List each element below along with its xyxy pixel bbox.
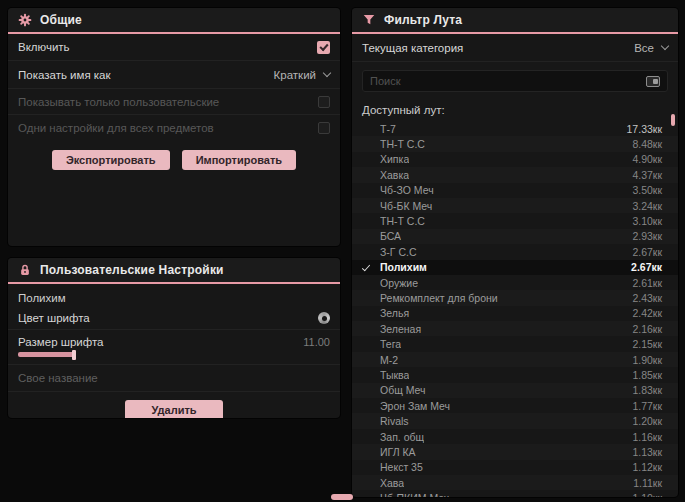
loot-item-value: 3.10кк [632, 215, 662, 227]
loot-item-value: 2.15кк [632, 338, 662, 350]
font-size-value: 11.00 [303, 336, 330, 348]
loot-item-name: Чб-ПКИМ Меч [380, 492, 449, 497]
loot-item-value: 3.50кк [632, 184, 662, 196]
loot-item-row[interactable]: Т-7 17.33кк [352, 121, 678, 136]
loot-item-value: 1.85кк [632, 369, 662, 381]
display-mode-icon[interactable] [646, 76, 660, 87]
enable-row: Включить [8, 34, 340, 61]
loot-item-name: Зеленая [380, 323, 421, 335]
color-wheel-icon[interactable] [318, 312, 330, 324]
loot-item-name: Общ Меч [380, 384, 426, 396]
loot-item-name: ИГЛ КА [380, 446, 416, 458]
loot-item-row[interactable]: Зап. общ 1.16кк [352, 429, 678, 444]
loot-item-name: ТН-Т С.С [380, 215, 425, 227]
loot-item-value: 1.83кк [632, 384, 662, 396]
show-name-dropdown[interactable]: Краткий [274, 69, 330, 81]
loot-item-row[interactable]: Оружие 2.61кк [352, 275, 678, 290]
available-loot-label: Доступный лут: [352, 100, 678, 121]
loot-item-value: 1.77кк [632, 400, 662, 412]
chevron-down-icon [661, 42, 669, 50]
loot-item-name: Тега [380, 338, 401, 350]
loot-item-name: З-Г С.С [380, 246, 417, 258]
loot-item-row[interactable]: Некст 35 1.12кк [352, 460, 678, 475]
loot-item-name: Оружие [380, 277, 418, 289]
loot-item-value: 2.93кк [632, 230, 662, 242]
loot-item-row[interactable]: ИГЛ КА 1.13кк [352, 444, 678, 459]
list-scrollbar-thumb[interactable] [671, 114, 675, 126]
loot-item-row[interactable]: Ремкомплект для брони 2.43кк [352, 290, 678, 305]
import-button[interactable]: Импортировать [182, 150, 296, 170]
loot-list: Т-7 17.33кк ТН-Т С.С 8.48кк Хипка 4.90кк… [352, 121, 678, 497]
loot-item-row[interactable]: Хипка 4.90кк [352, 152, 678, 167]
loot-item-value: 8.48кк [632, 138, 662, 150]
loot-item-row[interactable]: М-2 1.90кк [352, 352, 678, 367]
only-custom-checkbox [318, 96, 330, 108]
loot-item-row[interactable]: ТН-Т С.С 8.48кк [352, 136, 678, 151]
loot-item-value: 1.13кк [632, 446, 662, 458]
loot-item-name: Хавка [380, 169, 409, 181]
loot-item-name: М-2 [380, 354, 398, 366]
font-color-label: Цвет шрифта [18, 312, 90, 324]
same-settings-label: Одни настройки для всех предметов [18, 122, 214, 134]
slider-thumb[interactable] [72, 350, 76, 360]
show-name-row: Показать имя как Краткий [8, 61, 340, 89]
loot-item-row[interactable]: Полихим 2.67кк [352, 260, 678, 275]
loot-item-row[interactable]: Чб-ЗО Меч 3.50кк [352, 183, 678, 198]
export-button[interactable]: Экспортировать [52, 150, 170, 170]
funnel-icon [362, 13, 376, 27]
loot-item-name: Зап. общ [380, 431, 424, 443]
loot-item-value: 2.42кк [632, 307, 662, 319]
custom-name-row [8, 365, 340, 392]
enable-checkbox[interactable] [317, 41, 330, 54]
font-size-slider-wrap [8, 350, 340, 365]
loot-item-name: Тыква [380, 369, 409, 381]
loot-item-row[interactable]: Чб-ПКИМ Меч 1.10кк [352, 490, 678, 497]
loot-item-row[interactable]: Хавка 4.37кк [352, 167, 678, 182]
loot-item-row[interactable]: Rivals 1.20кк [352, 413, 678, 428]
general-panel-title: Общие [40, 13, 82, 27]
loot-item-row[interactable]: Хава 1.11кк [352, 475, 678, 490]
loot-item-name: Чб-ЗО Меч [380, 184, 434, 196]
category-dropdown[interactable]: Все [634, 42, 668, 54]
custom-settings-title: Пользовательские Настройки [40, 263, 224, 277]
loot-item-row[interactable]: БСА 2.93кк [352, 229, 678, 244]
loot-item-name: Хава [380, 477, 404, 489]
loot-item-name: Некст 35 [380, 461, 423, 473]
category-label: Текущая категория [362, 42, 463, 54]
loot-item-row[interactable]: Тега 2.15кк [352, 336, 678, 351]
loot-item-name: Т-7 [380, 123, 396, 135]
show-name-label: Показать имя как [18, 69, 111, 81]
loot-item-value: 17.33кк [627, 123, 662, 135]
loot-item-value: 4.37кк [632, 169, 662, 181]
show-name-value: Краткий [274, 69, 316, 81]
loot-item-row[interactable]: Чб-БК Меч 3.24кк [352, 198, 678, 213]
page-scrollbar-thumb[interactable] [331, 494, 353, 500]
same-settings-row: Одни настройки для всех предметов [8, 115, 340, 141]
delete-button[interactable]: Удалить [125, 400, 222, 418]
font-size-row: Размер шрифта 11.00 [8, 330, 340, 350]
selected-item-name: Полихим [8, 284, 340, 307]
loot-item-value: 4.90кк [632, 153, 662, 165]
loot-item-row[interactable]: З-Г С.С 2.67кк [352, 244, 678, 259]
loot-item-value: 2.61кк [632, 277, 662, 289]
search-box [362, 70, 668, 92]
loot-item-name: Хипка [380, 153, 409, 165]
loot-item-row[interactable]: Эрон Зам Меч 1.77кк [352, 398, 678, 413]
loot-item-row[interactable]: Тыква 1.85кк [352, 367, 678, 382]
loot-filter-panel: Фильтр Лута Текущая категория Все Доступ… [352, 8, 678, 497]
custom-name-input[interactable] [18, 372, 330, 384]
loot-item-row[interactable]: ТН-Т С.С 3.10кк [352, 213, 678, 228]
loot-item-name: Зелья [380, 307, 409, 319]
loot-item-value: 1.11кк [633, 477, 662, 489]
font-size-label: Размер шрифта [18, 336, 104, 348]
chevron-down-icon [323, 69, 331, 77]
font-size-slider[interactable] [18, 352, 74, 357]
loot-item-row[interactable]: Общ Меч 1.83кк [352, 383, 678, 398]
mod-settings-page: Общие Включить Показать имя как Краткий … [0, 0, 685, 502]
loot-item-row[interactable]: Зелья 2.42кк [352, 306, 678, 321]
loot-item-row[interactable]: Зеленая 2.16кк [352, 321, 678, 336]
lock-icon [18, 263, 32, 277]
loot-item-value: 2.43кк [632, 292, 662, 304]
search-input[interactable] [370, 75, 640, 87]
general-panel-header: Общие [8, 8, 340, 34]
